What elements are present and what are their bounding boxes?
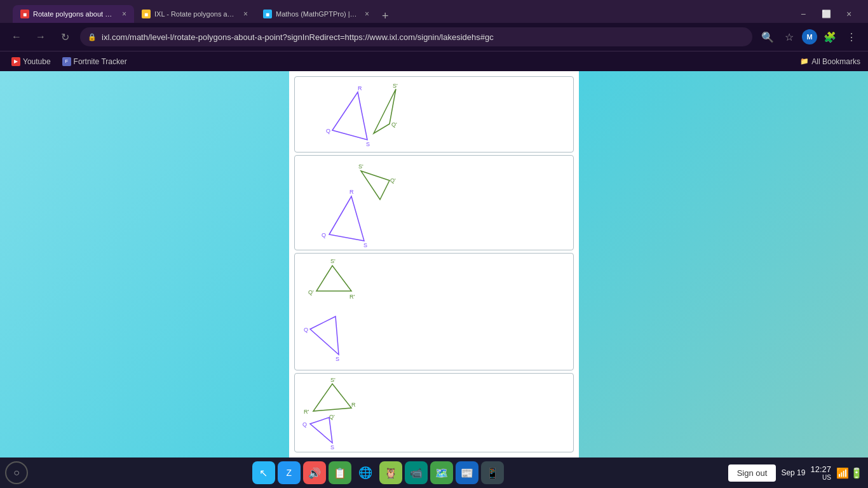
- search-button[interactable]: 🔍: [759, 28, 776, 46]
- svg-text:Q: Q: [322, 232, 326, 238]
- svg-marker-0: [332, 92, 367, 140]
- new-tab-button[interactable]: +: [377, 10, 394, 23]
- all-bookmarks-label[interactable]: All Bookmarks: [811, 57, 860, 66]
- taskbar-duolingo-app[interactable]: 🦉: [379, 461, 402, 484]
- title-bar: ■ Rotate polygons about a point × ■ IXL …: [0, 0, 868, 23]
- taskbar: ○ ↖ Z 🔊 📋 🌐 🦉 📹 🗺️: [0, 458, 868, 488]
- svg-marker-7: [329, 196, 364, 241]
- taskbar-extra-app[interactable]: 📱: [481, 461, 504, 484]
- answer-option-3[interactable]: S' Q' R' Q S: [294, 253, 574, 370]
- tab-2-close[interactable]: ×: [243, 10, 248, 18]
- right-background: [579, 71, 868, 488]
- diagram-1: Q R S Q' S': [297, 79, 399, 149]
- bookmark-button[interactable]: ☆: [780, 28, 798, 46]
- bookmark-fortnite-label: Fortnite Tracker: [74, 57, 127, 66]
- taskbar-zoom-app[interactable]: Z: [278, 461, 301, 484]
- launcher-button[interactable]: ○: [5, 461, 28, 484]
- page-area: ✏️ Q R S Q' S': [289, 71, 579, 488]
- svg-text:S': S': [358, 163, 363, 170]
- taskbar-readaloud-app[interactable]: 🔊: [303, 461, 326, 484]
- nav-bar: ← → ↻ 🔒 ixl.com/math/level-l/rotate-poly…: [0, 23, 868, 51]
- svg-text:S': S': [393, 83, 398, 89]
- sign-out-button[interactable]: Sign out: [728, 464, 776, 482]
- taskbar-time-display: 12:27 US: [810, 464, 831, 481]
- taskbar-status: Sep 19: [781, 468, 805, 477]
- svg-text:Q: Q: [326, 128, 330, 134]
- tab-3-title: Mathos (MathGPTPro) | AI Ma...: [276, 10, 358, 18]
- svg-marker-14: [316, 266, 351, 291]
- folder-icon: 📁: [800, 57, 809, 65]
- address-text: ixl.com/math/level-l/rotate-polygons-abo…: [102, 32, 745, 42]
- svg-text:R: R: [351, 402, 356, 408]
- svg-marker-21: [313, 384, 351, 411]
- svg-text:S: S: [366, 141, 370, 147]
- tab-1[interactable]: ■ Rotate polygons about a point ×: [13, 5, 134, 23]
- svg-text:Q': Q': [329, 414, 335, 420]
- svg-text:R': R': [349, 294, 355, 300]
- svg-text:R: R: [349, 189, 354, 195]
- taskbar-meet-app[interactable]: 📹: [405, 461, 428, 484]
- answer-option-4[interactable]: S' R R' Q' Q S: [294, 373, 574, 452]
- minimize-button[interactable]: −: [794, 5, 812, 23]
- bookmarks-right: 📁 All Bookmarks: [800, 57, 860, 66]
- taskbar-right: Sign out Sep 19 12:27 US 📶 🔋: [728, 464, 863, 482]
- diagram-4: S' R R' Q' Q S: [297, 376, 374, 452]
- svg-text:Q: Q: [304, 327, 308, 333]
- svg-text:S: S: [330, 444, 334, 451]
- taskbar-news-app[interactable]: 📰: [456, 461, 478, 484]
- back-button[interactable]: ←: [8, 28, 25, 46]
- taskbar-time: 12:27: [810, 464, 831, 474]
- tab-3-close[interactable]: ×: [365, 10, 369, 18]
- bookmark-youtube[interactable]: ▶ Youtube: [8, 56, 55, 67]
- svg-text:R: R: [358, 85, 362, 92]
- taskbar-cursor-app[interactable]: ↖: [252, 461, 275, 484]
- svg-text:Q': Q': [391, 121, 397, 128]
- answer-option-1[interactable]: Q R S Q' S': [294, 76, 574, 152]
- diagram-2: Q R S S' Q': [297, 158, 399, 250]
- diagram-3: S' Q' R' Q S: [297, 256, 361, 370]
- gmail-avatar[interactable]: M: [802, 29, 817, 44]
- bookmark-fortnite[interactable]: F Fortnite Tracker: [58, 56, 131, 67]
- answer-option-2[interactable]: Q R S S' Q': [294, 155, 574, 250]
- menu-button[interactable]: ⋮: [843, 28, 860, 46]
- extensions-button[interactable]: 🧩: [821, 28, 839, 46]
- taskbar-timezone: US: [810, 474, 831, 481]
- svg-marker-26: [310, 417, 332, 443]
- tab-1-close[interactable]: ×: [122, 10, 126, 18]
- taskbar-chrome-app[interactable]: 🌐: [354, 461, 377, 484]
- svg-text:R': R': [304, 409, 309, 415]
- tab-bar: ■ Rotate polygons about a point × ■ IXL …: [13, 0, 863, 23]
- tab-1-favicon: ■: [20, 10, 29, 18]
- svg-marker-18: [310, 316, 339, 355]
- left-background: [0, 71, 289, 488]
- forward-button[interactable]: →: [32, 28, 50, 46]
- svg-text:Q': Q': [390, 177, 396, 184]
- maximize-button[interactable]: ⬜: [817, 5, 835, 23]
- tab-3[interactable]: ■ Mathos (MathGPTPro) | AI Ma... ×: [255, 5, 377, 23]
- address-bar[interactable]: 🔒 ixl.com/math/level-l/rotate-polygons-a…: [80, 27, 752, 46]
- svg-text:S: S: [336, 356, 339, 362]
- tab-3-favicon: ■: [263, 10, 272, 18]
- nav-actions: 🔍 ☆ M 🧩 ⋮: [759, 28, 860, 46]
- tab-1-title: Rotate polygons about a point: [33, 10, 116, 18]
- main-content: ✏️ Q R S Q' S': [0, 71, 868, 488]
- network-icon: 📶: [836, 467, 849, 479]
- svg-text:S': S': [330, 258, 336, 264]
- svg-text:S': S': [330, 377, 336, 383]
- lock-icon: 🔒: [88, 33, 97, 41]
- taskbar-classroom-app[interactable]: 📋: [329, 461, 351, 484]
- system-tray-icons: 📶 🔋: [836, 467, 863, 479]
- tab-2-title: IXL - Rotate polygons about a...: [154, 10, 237, 18]
- bookmarks-bar: ▶ Youtube F Fortnite Tracker 📁 All Bookm…: [0, 51, 868, 71]
- taskbar-apps: ↖ Z 🔊 📋 🌐 🦉 📹 🗺️ 📰: [31, 461, 726, 484]
- taskbar-date: Sep 19: [781, 468, 805, 477]
- taskbar-maps-app[interactable]: 🗺️: [430, 461, 453, 484]
- fortnite-favicon: F: [62, 57, 71, 66]
- tab-2[interactable]: ■ IXL - Rotate polygons about a... ×: [134, 5, 255, 23]
- close-button[interactable]: ×: [840, 5, 858, 23]
- reload-button[interactable]: ↻: [56, 28, 74, 46]
- youtube-favicon: ▶: [11, 57, 20, 66]
- battery-icon: 🔋: [850, 467, 863, 479]
- answers-container: Q R S Q' S' Q R S: [289, 71, 579, 458]
- svg-text:S: S: [363, 242, 367, 248]
